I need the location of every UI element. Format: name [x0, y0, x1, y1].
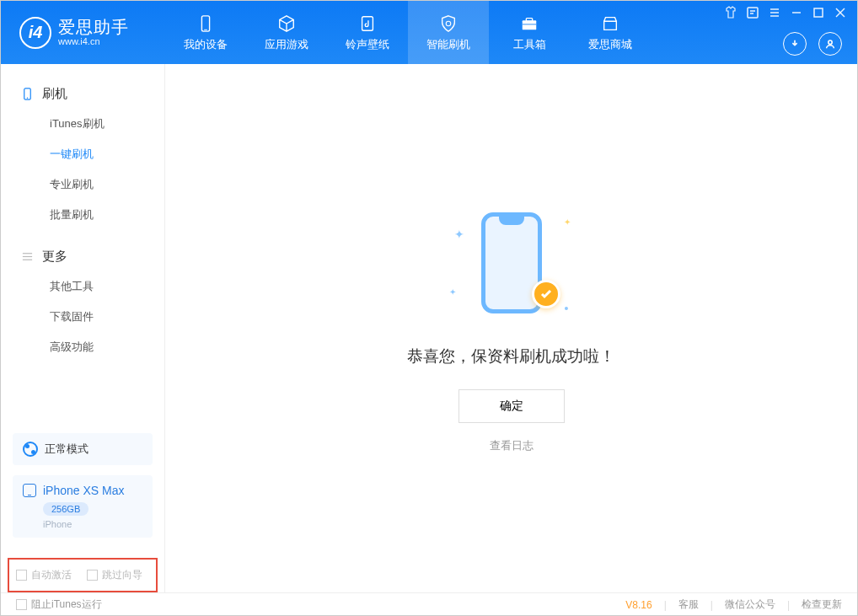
nav-label: 铃声壁纸 [346, 37, 389, 52]
success-message: 恭喜您，保资料刷机成功啦！ [407, 345, 615, 367]
app-url: www.i4.cn [58, 36, 129, 46]
nav-my-device[interactable]: 我的设备 [165, 1, 246, 64]
svg-rect-0 [201, 15, 209, 30]
menu-icon[interactable] [768, 6, 781, 19]
svg-point-16 [829, 40, 832, 44]
sparkle-icon: ✦ [449, 287, 456, 297]
svg-rect-3 [523, 20, 537, 29]
mode-card[interactable]: 正常模式 [13, 433, 153, 465]
maximize-icon[interactable] [812, 6, 825, 19]
main-content: ✦ ✦ ✦ • 恭喜您，保资料刷机成功啦！ 确定 查看日志 [165, 64, 857, 592]
device-name: iPhone XS Max [43, 484, 125, 497]
feedback-icon[interactable] [746, 6, 759, 19]
sidebar-item-oneclick-flash[interactable]: 一键刷机 [1, 139, 164, 169]
main-nav: 我的设备 应用游戏 铃声壁纸 智能刷机 工具箱 爱思商城 [165, 1, 651, 64]
sparkle-icon: ✦ [454, 228, 464, 241]
store-icon [600, 13, 620, 34]
nav-apps-games[interactable]: 应用游戏 [246, 1, 327, 64]
app-header: i4 爱思助手 www.i4.cn 我的设备 应用游戏 铃声壁纸 智能刷机 工具… [1, 1, 857, 64]
device-type: iPhone [43, 519, 142, 529]
device-icon [23, 484, 36, 497]
checkbox-label: 跳过向导 [102, 568, 142, 582]
nav-smart-flash[interactable]: 智能刷机 [408, 1, 489, 64]
block-itunes-checkbox[interactable]: 阻止iTunes运行 [16, 597, 102, 612]
svg-rect-13 [814, 8, 823, 17]
version-label: V8.16 [625, 599, 652, 611]
auto-activate-checkbox[interactable]: 自动激活 [16, 568, 72, 582]
mode-label: 正常模式 [45, 442, 88, 457]
nav-label: 智能刷机 [426, 37, 470, 52]
section-title: 更多 [42, 249, 67, 265]
account-button[interactable] [818, 32, 842, 56]
checkbox-icon [16, 599, 27, 610]
view-log-link[interactable]: 查看日志 [490, 438, 534, 453]
phone-icon [21, 88, 34, 100]
sidebar-section-more: 更多 [1, 242, 164, 271]
mode-icon [23, 442, 38, 457]
svg-rect-2 [362, 16, 373, 30]
nav-label: 工具箱 [513, 37, 546, 52]
app-logo: i4 爱思助手 www.i4.cn [1, 17, 165, 49]
ok-button[interactable]: 确定 [458, 389, 565, 423]
cube-icon [276, 13, 297, 34]
nav-toolbox[interactable]: 工具箱 [489, 1, 570, 64]
nav-label: 爱思商城 [588, 37, 632, 52]
app-name: 爱思助手 [58, 18, 129, 36]
sidebar-item-pro-flash[interactable]: 专业刷机 [1, 169, 164, 200]
sidebar: 刷机 iTunes刷机 一键刷机 专业刷机 批量刷机 更多 其他工具 下载固件 … [1, 64, 165, 592]
skip-guide-checkbox[interactable]: 跳过向导 [87, 568, 142, 582]
sidebar-item-itunes-flash[interactable]: iTunes刷机 [1, 109, 164, 139]
nav-label: 我的设备 [184, 37, 228, 52]
storage-badge: 256GB [43, 502, 88, 516]
success-check-icon [532, 280, 560, 308]
footer: 阻止iTunes运行 V8.16 | 客服 | 微信公众号 | 检查更新 [1, 592, 857, 616]
nav-ringtone-wallpaper[interactable]: 铃声壁纸 [327, 1, 408, 64]
options-highlight: 自动激活 跳过向导 [8, 558, 158, 592]
checkbox-icon [16, 570, 27, 581]
svg-point-18 [27, 97, 29, 99]
sidebar-item-other-tools[interactable]: 其他工具 [1, 271, 164, 302]
close-icon[interactable] [834, 6, 847, 19]
minimize-icon[interactable] [790, 6, 803, 19]
device-card[interactable]: iPhone XS Max 256GB iPhone [13, 475, 153, 538]
checkbox-icon [87, 570, 98, 581]
nav-label: 应用游戏 [265, 37, 308, 52]
shield-refresh-icon [438, 13, 458, 34]
success-graphic: ✦ ✦ ✦ • [453, 204, 571, 322]
header-actions [783, 32, 842, 56]
music-file-icon [357, 13, 378, 34]
footer-link-wechat[interactable]: 微信公众号 [725, 597, 775, 612]
shirt-icon[interactable] [724, 6, 737, 19]
download-button[interactable] [783, 32, 807, 56]
section-title: 刷机 [42, 86, 67, 102]
list-icon [21, 250, 34, 263]
footer-link-update[interactable]: 检查更新 [802, 597, 842, 612]
sidebar-item-advanced[interactable]: 高级功能 [1, 332, 164, 362]
logo-icon: i4 [19, 17, 51, 49]
sparkle-icon: • [565, 302, 569, 315]
sparkle-icon: ✦ [564, 217, 571, 227]
toolbox-icon [519, 13, 539, 34]
window-controls [724, 6, 847, 19]
sidebar-section-flash: 刷机 [1, 79, 164, 109]
svg-rect-6 [748, 8, 758, 18]
checkbox-label: 自动激活 [31, 568, 72, 582]
svg-rect-4 [526, 18, 532, 21]
nav-store[interactable]: 爱思商城 [570, 1, 651, 64]
sidebar-item-batch-flash[interactable]: 批量刷机 [1, 200, 164, 230]
checkbox-label: 阻止iTunes运行 [31, 597, 102, 612]
device-icon [196, 13, 216, 34]
footer-link-support[interactable]: 客服 [678, 597, 699, 612]
sidebar-item-download-firmware[interactable]: 下载固件 [1, 302, 164, 332]
